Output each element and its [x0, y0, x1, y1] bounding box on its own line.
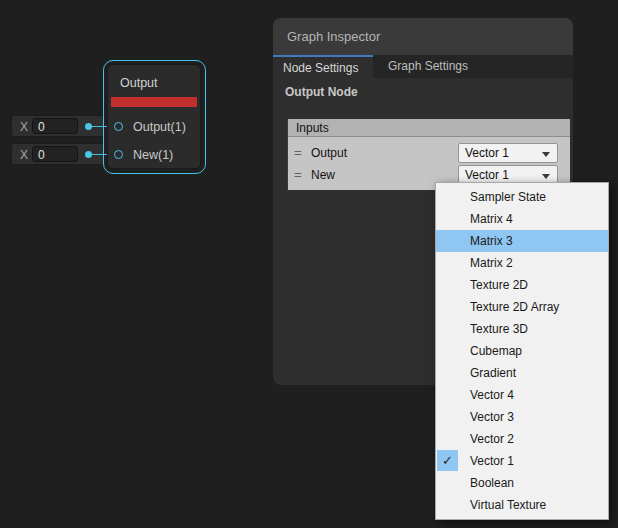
node-port-row: New(1)	[108, 145, 200, 165]
inspector-title: Graph Inspector	[287, 29, 380, 44]
port-input-value-field[interactable]: 0	[32, 146, 78, 162]
inputs-group-header: Inputs	[288, 119, 570, 137]
port-input-value-field[interactable]: 0	[32, 118, 78, 134]
tab-node-settings[interactable]: Node Settings	[273, 55, 373, 78]
port-label: New(1)	[133, 148, 173, 162]
menu-item-boolean[interactable]: Boolean	[436, 472, 608, 494]
menu-item-matrix-4[interactable]: Matrix 4	[436, 208, 608, 230]
port-input-axis-label: X	[20, 120, 28, 134]
port-connector-icon[interactable]	[114, 150, 123, 159]
menu-item-sampler-state[interactable]: Sampler State	[436, 186, 608, 208]
type-dropdown-menu: Sampler State Matrix 4 Matrix 3 Matrix 2…	[435, 182, 609, 520]
menu-item-vector-4[interactable]: Vector 4	[436, 384, 608, 406]
inputs-group: Inputs = Output Vector 1 = New Vector 1	[287, 119, 570, 190]
menu-item-texture-2d-array[interactable]: Texture 2D Array	[436, 296, 608, 318]
type-dropdown-value: Vector 1	[465, 168, 509, 182]
menu-item-texture-2d[interactable]: Texture 2D	[436, 274, 608, 296]
menu-item-texture-3d[interactable]: Texture 3D	[436, 318, 608, 340]
drag-handle-icon[interactable]: =	[294, 145, 302, 160]
type-dropdown-value: Vector 1	[465, 146, 509, 160]
menu-item-matrix-3[interactable]: Matrix 3	[436, 230, 608, 252]
wire-endpoint-dot	[85, 151, 92, 158]
check-icon: ✓	[437, 450, 458, 471]
input-name: New	[311, 168, 335, 182]
menu-item-gradient[interactable]: Gradient	[436, 362, 608, 384]
output-node[interactable]: Output Output(1) New(1)	[107, 64, 201, 169]
port-label: Output(1)	[133, 120, 186, 134]
menu-item-virtual-texture[interactable]: Virtual Texture	[436, 494, 608, 516]
tab-graph-settings[interactable]: Graph Settings	[373, 55, 573, 78]
inspector-header: Graph Inspector	[273, 18, 573, 55]
menu-item-matrix-2[interactable]: Matrix 2	[436, 252, 608, 274]
chevron-down-icon	[542, 174, 550, 179]
menu-item-vector-2[interactable]: Vector 2	[436, 428, 608, 450]
node-accent-bar	[111, 97, 197, 107]
menu-item-vector-1[interactable]: ✓ Vector 1	[436, 450, 608, 472]
input-name: Output	[311, 146, 347, 160]
menu-item-vector-3[interactable]: Vector 3	[436, 406, 608, 428]
inspector-tabstrip: Node Settings Graph Settings	[273, 55, 573, 78]
inspector-section-title: Output Node	[285, 85, 358, 99]
chevron-down-icon	[542, 152, 550, 157]
inputs-group-title: Inputs	[296, 121, 329, 135]
node-title: Output	[120, 76, 158, 90]
drag-handle-icon[interactable]: =	[294, 167, 302, 182]
menu-item-cubemap[interactable]: Cubemap	[436, 340, 608, 362]
wire-endpoint-dot	[85, 123, 92, 130]
port-input-axis-label: X	[20, 148, 28, 162]
port-connector-icon[interactable]	[114, 122, 123, 131]
type-dropdown[interactable]: Vector 1	[458, 143, 558, 163]
input-row: = Output Vector 1	[288, 143, 570, 163]
node-port-row: Output(1)	[108, 117, 200, 137]
